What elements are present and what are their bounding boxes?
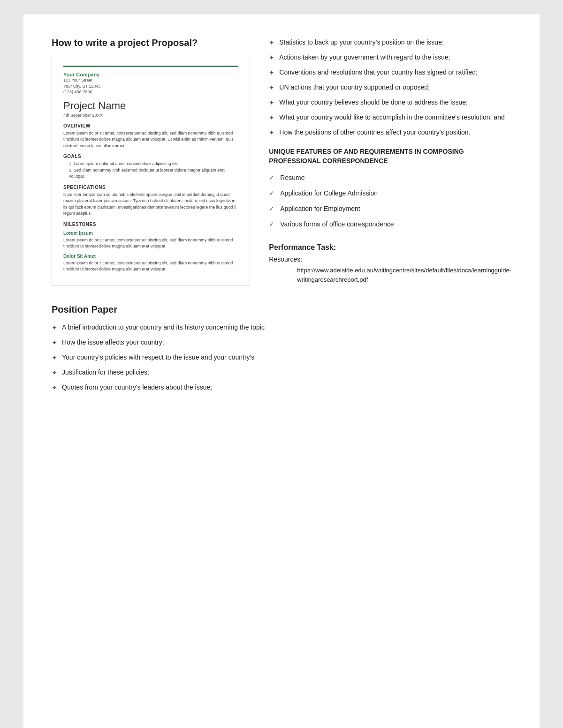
check-icon-3: ✓	[269, 219, 274, 229]
pp-bullet-icon-1: ✦	[52, 338, 57, 348]
bullet-icon-3: ✦	[269, 83, 274, 93]
pp-bullet-icon-0: ✦	[52, 323, 57, 333]
check-item-2: ✓Application for Employment	[269, 204, 511, 214]
check-icon-2: ✓	[269, 204, 274, 214]
overview-heading: OVERVIEW	[63, 123, 238, 128]
pp-bullet-2: ✦Your country's policies with respect to…	[52, 353, 272, 363]
check-item-1: ✓Application for College Admission	[269, 188, 511, 198]
company-name: Your Company	[63, 72, 238, 77]
proposal-title: How to write a project Proposal?	[52, 38, 250, 48]
document-preview: Your Company 123 Your Street Your City, …	[52, 56, 250, 285]
specs-text: Nam liber tempor cum soluta nobis eleife…	[63, 192, 238, 217]
bullet-item-1: ✦Actions taken by your government with r…	[269, 53, 511, 63]
milestone1-text: Lorem ipsum dolor sit amet, consectetuer…	[63, 237, 238, 250]
bullet-item-3: ✦UN actions that your country supported …	[269, 83, 511, 93]
position-paper-title: Position Paper	[52, 304, 272, 315]
milestone1-title: Lorem Ipsum	[63, 231, 238, 236]
check-item-3: ✓Various forms of office correspondence	[269, 219, 511, 229]
green-bar	[63, 66, 238, 67]
check-item-0: ✓Resume	[269, 173, 511, 183]
goals-heading: GOALS	[63, 154, 238, 159]
pp-bullet-icon-4: ✦	[52, 383, 57, 393]
pp-bullet-1: ✦How the issue affects your country;	[52, 338, 272, 348]
bullet-icon-6: ✦	[269, 128, 274, 138]
performance-task-title: Performance Task:	[269, 243, 511, 252]
bullet-icon-0: ✦	[269, 38, 274, 48]
top-section: How to write a project Proposal? Your Co…	[52, 38, 511, 285]
right-col: ✦Statistics to back up your country's po…	[269, 38, 511, 285]
position-paper-section: Position Paper ✦A brief introduction to …	[52, 304, 272, 398]
page: How to write a project Proposal? Your Co…	[23, 14, 540, 728]
overview-text: Lorem ipsum dolor sit amet, consectetuer…	[63, 130, 238, 150]
bullet-item-0: ✦Statistics to back up your country's po…	[269, 38, 511, 48]
company-info: 123 Your Street Your City, ST 12345 (123…	[63, 77, 238, 95]
unique-features-section: UNIQUE FEATURES OF AND REQUIREMENTS IN C…	[269, 147, 511, 229]
pp-bullet-icon-2: ✦	[52, 353, 57, 363]
pp-bullet-0: ✦A brief introduction to your country an…	[52, 323, 272, 333]
company-city: Your City, ST 12345	[63, 84, 100, 89]
bullet-icon-4: ✦	[269, 98, 274, 108]
project-name: Project Name	[63, 100, 238, 112]
bullet-item-4: ✦What your country believes should be do…	[269, 98, 511, 108]
left-col: How to write a project Proposal? Your Co…	[52, 38, 250, 285]
pp-bullet-4: ✦Quotes from your country's leaders abou…	[52, 383, 272, 393]
bullet-item-2: ✦Conventions and resolutions that your c…	[269, 68, 511, 78]
resource-link: https://www.adelaide.edu.au/writingcentr…	[269, 266, 511, 284]
bullet-item-5: ✦What your country would like to accompl…	[269, 113, 511, 123]
company-address: 123 Your Street	[63, 78, 92, 83]
specs-heading: SPECIFICATIONS	[63, 185, 238, 190]
goal-2: 2. Sed diam nonummy nibh euismod tincidu…	[63, 167, 238, 180]
performance-task-section: Performance Task: Resources: https://www…	[269, 243, 511, 284]
bottom-section: Position Paper ✦A brief introduction to …	[52, 285, 511, 398]
project-date: 4th September 20XX	[63, 113, 238, 118]
bottom-right-empty	[291, 285, 511, 398]
goal-1: 1. Lorem ipsum dolor sit amet, consectet…	[63, 161, 238, 167]
check-list: ✓Resume ✓Application for College Admissi…	[269, 173, 511, 229]
bullet-icon-2: ✦	[269, 68, 274, 78]
milestones-heading: MILESTONES	[63, 222, 238, 227]
check-icon-1: ✓	[269, 188, 274, 198]
bullet-icon-5: ✦	[269, 113, 274, 123]
milestone2-title: Dolor Sit Amet	[63, 254, 238, 259]
position-paper-bullets: ✦A brief introduction to your country an…	[52, 323, 272, 393]
pp-bullet-icon-3: ✦	[52, 368, 57, 378]
check-icon-0: ✓	[269, 173, 274, 183]
resources-label: Resources:	[269, 255, 511, 263]
bullet-item-6: ✦How the positions of other countries af…	[269, 128, 511, 138]
unique-features-title: UNIQUE FEATURES OF AND REQUIREMENTS IN C…	[269, 147, 511, 165]
top-right-bullets: ✦Statistics to back up your country's po…	[269, 38, 511, 138]
company-phone: (123) 456-7890	[63, 90, 92, 94]
pp-bullet-3: ✦Justification for these policies;	[52, 368, 272, 378]
bullet-icon-1: ✦	[269, 53, 274, 63]
milestone2-text: Lorem ipsum dolor sit amet, consectetuer…	[63, 260, 238, 273]
